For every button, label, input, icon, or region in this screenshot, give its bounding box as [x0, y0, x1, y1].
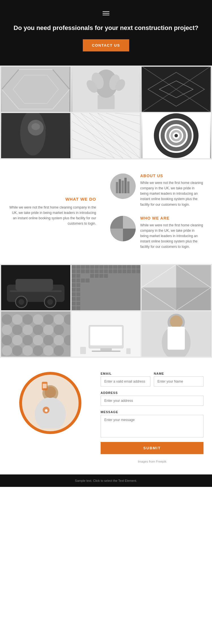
svg-rect-154	[80, 347, 86, 354]
svg-point-148	[54, 345, 64, 356]
svg-rect-75	[76, 278, 80, 283]
svg-rect-102	[72, 283, 76, 287]
svg-rect-105	[85, 278, 90, 283]
address-input[interactable]	[101, 396, 204, 406]
svg-point-137	[12, 335, 23, 346]
svg-point-124	[12, 314, 23, 325]
svg-rect-165	[43, 384, 47, 388]
svg-rect-91	[113, 269, 117, 273]
svg-point-21	[31, 123, 40, 130]
what-we-do-text: While we were not the first home cleanin…	[8, 205, 96, 227]
svg-rect-53	[123, 216, 136, 229]
about-us-body: While we were not the first home cleanin…	[140, 180, 204, 207]
photo-grid-2	[0, 264, 212, 358]
svg-point-136	[2, 335, 12, 346]
svg-point-146	[33, 345, 43, 356]
submit-button[interactable]: SUBMIT	[101, 442, 204, 454]
svg-rect-153	[92, 351, 120, 352]
svg-rect-113	[76, 302, 80, 306]
svg-point-159	[170, 315, 183, 328]
svg-rect-106	[72, 288, 76, 292]
name-input[interactable]	[154, 376, 204, 387]
svg-point-145	[22, 345, 33, 356]
svg-rect-77	[94, 265, 99, 269]
svg-point-133	[33, 325, 43, 335]
svg-point-139	[33, 335, 43, 346]
svg-rect-99	[131, 269, 136, 273]
svg-rect-108	[72, 292, 76, 296]
svg-rect-0	[2, 67, 70, 112]
svg-rect-94	[118, 269, 122, 273]
svg-point-126	[33, 314, 43, 325]
svg-rect-86	[99, 274, 103, 278]
footer-text: Sample text. Click to select the Text El…	[75, 479, 137, 482]
svg-rect-45	[119, 179, 121, 193]
photo-cell-12	[142, 311, 211, 357]
svg-rect-66	[81, 265, 85, 269]
contact-us-button[interactable]: CONTACT US	[83, 39, 129, 51]
about-section: WHAT WE DO While we were not the first h…	[0, 159, 212, 264]
form-row-email-name: EMAIL NAME	[101, 372, 204, 387]
email-input[interactable]	[101, 376, 150, 387]
svg-point-134	[43, 325, 54, 335]
svg-point-143	[2, 345, 12, 356]
svg-point-125	[22, 314, 33, 325]
message-input[interactable]	[101, 415, 204, 437]
photo-grid-1	[0, 66, 212, 159]
photo-cell-1	[1, 67, 70, 112]
svg-point-123	[2, 314, 12, 325]
svg-rect-155	[126, 348, 130, 354]
svg-rect-151	[90, 327, 122, 345]
freepik-note: Images from Freepik	[101, 460, 204, 463]
svg-rect-84	[99, 269, 103, 273]
svg-rect-76	[90, 265, 94, 269]
svg-rect-92	[118, 265, 122, 269]
svg-point-131	[12, 325, 23, 335]
hamburger-menu[interactable]	[6, 11, 206, 15]
svg-rect-95	[122, 269, 126, 273]
svg-rect-67	[85, 265, 90, 269]
svg-point-130	[2, 325, 12, 335]
svg-rect-96	[127, 265, 131, 269]
svg-rect-44	[116, 182, 118, 193]
svg-rect-160	[168, 327, 185, 350]
svg-rect-46	[122, 181, 124, 193]
svg-point-127	[43, 314, 54, 325]
name-group: NAME	[154, 372, 204, 387]
address-group: ADDRESS	[101, 391, 204, 406]
hero-title: Do you need professionals for your next …	[6, 24, 206, 32]
svg-rect-83	[104, 265, 108, 269]
photo-cell-11	[72, 311, 141, 357]
svg-rect-51	[123, 229, 136, 241]
about-us-item: ABOUT US While we were not the first hom…	[110, 174, 204, 207]
svg-rect-69	[76, 269, 80, 273]
svg-point-132	[22, 325, 33, 335]
photo-cell-2	[72, 67, 141, 112]
svg-rect-48	[127, 181, 129, 193]
photo-cell-3	[142, 67, 211, 112]
svg-point-135	[54, 325, 64, 335]
svg-point-60	[18, 299, 24, 305]
svg-rect-52	[110, 229, 123, 241]
photo-cell-9	[142, 265, 211, 310]
message-group: MESSAGE	[101, 410, 204, 437]
svg-text:◉: ◉	[45, 408, 48, 412]
svg-point-42	[175, 134, 178, 137]
svg-rect-65	[76, 265, 80, 269]
contact-form: EMAIL NAME ADDRESS MESSAGE SUBMIT Images…	[101, 372, 204, 463]
svg-rect-109	[76, 292, 80, 296]
orange-circle-illustration: ◉	[19, 372, 81, 434]
about-us-heading: ABOUT US	[140, 174, 204, 178]
svg-rect-101	[136, 269, 140, 273]
who-we-are-text: WHO WE ARE While we were not the first h…	[140, 216, 204, 250]
contact-section: ◉ EMAIL NAME ADDRESS MESSAGE SUBMIT Imag…	[0, 358, 212, 474]
hero-section: Do you need professionals for your next …	[0, 0, 212, 66]
who-we-are-heading: WHO WE ARE	[140, 216, 204, 220]
svg-rect-100	[136, 265, 140, 269]
who-we-are-image	[110, 216, 136, 241]
svg-rect-152	[100, 348, 112, 351]
svg-rect-62	[10, 290, 62, 292]
svg-rect-112	[72, 302, 76, 306]
svg-rect-72	[72, 274, 76, 278]
svg-point-61	[47, 299, 53, 305]
